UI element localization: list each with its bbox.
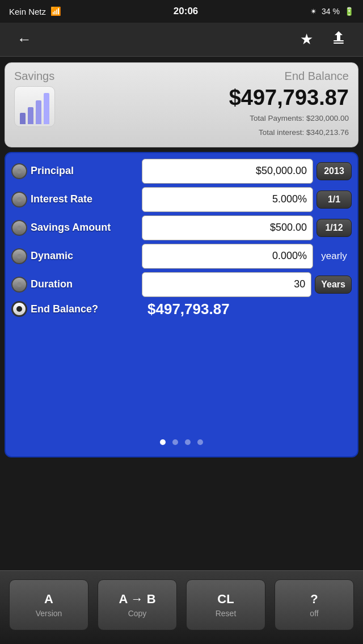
page-dots (11, 439, 352, 445)
off-main: ? (310, 592, 318, 607)
dynamic-badge: yearly (316, 251, 352, 262)
status-time: 20:06 (174, 6, 198, 17)
svg-rect-0 (334, 40, 344, 41)
dynamic-input[interactable] (142, 244, 313, 269)
duration-radio[interactable] (11, 277, 27, 293)
version-main: A (44, 592, 53, 607)
bluetooth-icon: ✴ (310, 7, 317, 16)
savings-amount-radio[interactable] (11, 220, 27, 236)
dot-2 (172, 439, 178, 445)
interest-rate-input[interactable] (142, 187, 313, 212)
summary-title: Savings (14, 70, 54, 83)
savings-amount-input[interactable] (142, 215, 313, 240)
principal-badge[interactable]: 2013 (316, 162, 352, 180)
principal-label: Principal (31, 165, 138, 177)
nav-icons: ★ (294, 27, 352, 52)
chart-icon (14, 86, 55, 127)
interest-rate-radio[interactable] (11, 192, 27, 207)
savings-amount-badge[interactable]: 1/12 (316, 219, 352, 237)
end-balance-display: $497,793.87 (63, 86, 349, 110)
reset-main: CL (217, 592, 234, 607)
principal-row: Principal 2013 (11, 159, 352, 184)
principal-input[interactable] (142, 159, 313, 184)
version-button[interactable]: A Version (9, 579, 88, 630)
dynamic-radio[interactable] (11, 248, 27, 264)
off-button[interactable]: ? off (275, 579, 354, 630)
total-interest: Total interest: $340,213.76 (63, 126, 349, 139)
end-balance-result: $497,793.87 (147, 300, 230, 318)
bottom-toolbar: A Version A → B Copy CL Reset ? off (0, 570, 363, 644)
carrier-text: Kein Netz (9, 7, 46, 16)
end-balance-radio[interactable] (11, 301, 27, 317)
nav-bar: ← ★ (0, 23, 363, 57)
status-right: ✴ 34 % 🔋 (310, 7, 354, 16)
duration-input[interactable] (142, 272, 311, 297)
dot-4 (197, 439, 203, 445)
summary-card: Savings End Balance $497,793.87 Total Pa… (5, 62, 358, 147)
end-balance-row: End Balance? $497,793.87 (11, 300, 352, 318)
interest-rate-badge[interactable]: 1/1 (316, 190, 352, 209)
dynamic-label: Dynamic (31, 250, 138, 262)
battery-text: 34 % (322, 7, 340, 16)
savings-amount-label: Savings Amount (31, 222, 138, 234)
battery-icon: 🔋 (344, 7, 354, 16)
copy-button[interactable]: A → B Copy (98, 579, 177, 630)
duration-row: Duration Years (11, 272, 352, 297)
summary-header: Savings End Balance (14, 70, 349, 83)
main-panel: Principal 2013 Interest Rate 1/1 Savings… (5, 152, 358, 457)
star-button[interactable]: ★ (294, 27, 319, 52)
interest-rate-row: Interest Rate 1/1 (11, 187, 352, 212)
wifi-icon: 📶 (50, 6, 61, 16)
duration-badge[interactable]: Years (315, 276, 352, 294)
dynamic-row: Dynamic yearly (11, 244, 352, 269)
off-sub: off (310, 609, 318, 618)
duration-label: Duration (31, 278, 138, 290)
status-left: Kein Netz 📶 (9, 6, 61, 16)
reset-button[interactable]: CL Reset (186, 579, 265, 630)
version-sub: Version (36, 609, 62, 618)
end-balance-question-label: End Balance? (31, 303, 138, 315)
copy-main: A → B (119, 592, 155, 607)
dot-1 (160, 439, 166, 445)
summary-values: $497,793.87 Total Payments: $230,000.00 … (63, 86, 349, 139)
savings-amount-row: Savings Amount 1/12 (11, 215, 352, 240)
copy-sub: Copy (128, 609, 147, 618)
share-button[interactable] (326, 27, 352, 52)
reset-sub: Reset (216, 609, 237, 618)
dot-3 (185, 439, 191, 445)
total-payments: Total Payments: $230,000.00 (63, 112, 349, 125)
back-button[interactable]: ← (11, 27, 37, 52)
svg-rect-1 (334, 43, 344, 44)
interest-rate-label: Interest Rate (31, 193, 138, 205)
principal-radio[interactable] (11, 163, 27, 179)
status-bar: Kein Netz 📶 20:06 ✴ 34 % 🔋 (0, 0, 363, 23)
summary-body: $497,793.87 Total Payments: $230,000.00 … (14, 86, 349, 139)
summary-end-balance-label: End Balance (285, 70, 349, 83)
